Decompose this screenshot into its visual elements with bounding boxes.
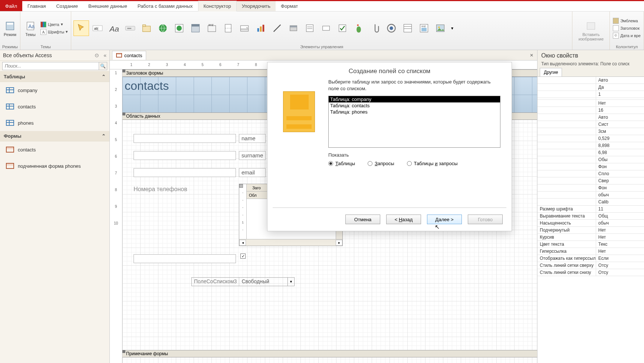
navpane-collapse-icon[interactable]: « [104, 52, 106, 58]
prop-value[interactable]: Calib [596, 199, 644, 205]
datetime-button[interactable]: ⏲Дата и вре [612, 32, 641, 39]
prop-value[interactable]: Сист [596, 121, 644, 128]
document-tab[interactable]: contacts [112, 51, 146, 60]
subform-tool-icon[interactable] [400, 20, 415, 36]
field-name[interactable]: name [239, 134, 266, 143]
prop-value[interactable]: Нет [596, 234, 644, 241]
nav-form-phones[interactable]: подчиненная форма phones [0, 158, 109, 174]
list-item[interactable]: Таблица: contacts [329, 102, 500, 109]
cancel-button[interactable]: Отмена [345, 215, 380, 224]
prop-value[interactable]: 6,98 [596, 149, 644, 156]
colors-button[interactable]: Цвета ▾ [40, 21, 69, 28]
option-tool-icon[interactable] [384, 20, 399, 36]
navigation-tool-icon[interactable] [188, 20, 203, 36]
prop-value[interactable]: обыч [596, 220, 644, 226]
label-tool-icon[interactable]: Aa [106, 20, 122, 36]
nav-category-forms[interactable]: Формы⌃ [0, 131, 109, 141]
prop-value[interactable]: Нет [596, 227, 644, 233]
nav-table-contacts[interactable]: contacts [0, 98, 109, 115]
prop-value[interactable]: Да [596, 84, 644, 91]
prop-value[interactable]: Отсу [596, 269, 644, 276]
prop-value[interactable]: Авто [596, 77, 644, 84]
unbound-tool-icon[interactable] [351, 20, 367, 36]
prop-value[interactable]: Авто [596, 114, 644, 121]
checkbox-active[interactable]: ✓ [240, 254, 246, 259]
title-button[interactable]: Заголовок [612, 25, 641, 32]
tab-external[interactable]: Внешние данные [83, 1, 132, 11]
checkbox-tool-icon[interactable] [335, 20, 350, 36]
prop-value[interactable]: 8,898 [596, 142, 644, 149]
tab-design[interactable]: Конструктор [198, 1, 237, 12]
pagebreak-tool-icon[interactable] [220, 20, 236, 36]
field-name-box[interactable] [134, 134, 236, 143]
toggle-tool-icon[interactable] [286, 20, 301, 36]
list-item[interactable]: Таблица: phones [329, 109, 500, 115]
search-icon[interactable]: 🔍 [99, 62, 107, 70]
chart-tool-icon[interactable] [253, 20, 269, 36]
nav-form-contacts[interactable]: contacts [0, 141, 109, 158]
prop-value[interactable]: Текс [596, 241, 644, 248]
tab-create[interactable]: Создание [51, 1, 83, 11]
hyperlink-tool-icon[interactable] [155, 20, 171, 36]
prop-value[interactable]: Фон [596, 184, 644, 191]
prop-value[interactable]: Нет [596, 248, 644, 255]
wizard-table-list[interactable]: Таблица: company Таблица: contacts Табли… [328, 96, 500, 148]
prop-value[interactable]: 16 [596, 107, 644, 114]
tab-arrange[interactable]: Упорядочить [237, 1, 276, 11]
label-phones[interactable]: Номера телефонов [134, 186, 187, 193]
image-tool-icon[interactable] [433, 20, 448, 36]
emblem-button[interactable]: Эмблема [612, 17, 641, 24]
rectangle-tool-icon[interactable] [318, 20, 334, 36]
prop-value[interactable]: 11 [596, 206, 644, 212]
radio-queries[interactable]: Запросы [368, 161, 394, 166]
field-active-box[interactable] [134, 254, 236, 263]
prop-value[interactable]: Общ [596, 213, 644, 219]
optiongroup-tool-icon[interactable]: XYZ [204, 20, 220, 36]
tab-home[interactable]: Главная [22, 1, 51, 11]
next-button[interactable]: Далее > [427, 215, 462, 224]
attachment-tool-icon[interactable] [367, 20, 383, 36]
nav-category-tables[interactable]: Таблицы⌃ [0, 72, 109, 82]
prop-tab-other[interactable]: Другие [540, 68, 562, 76]
list-item[interactable]: Таблица: company [329, 96, 500, 102]
form-footer-bar[interactable]: Примечание формы [122, 350, 537, 357]
prop-value[interactable]: Обы [596, 156, 644, 163]
subform-hscroll[interactable]: ◂▸ [239, 239, 342, 246]
insert-image-button[interactable]: Вставить изображение [575, 19, 607, 42]
line-tool-icon[interactable] [269, 20, 285, 36]
back-button[interactable]: < Назад [386, 215, 421, 224]
prop-value[interactable]: Нет [596, 100, 644, 107]
property-grid[interactable]: АвтоДа1Нет16АвтоСист3см0,5298,8986,98Обы… [538, 77, 644, 363]
search-input[interactable] [2, 62, 99, 70]
prop-value[interactable]: Если [596, 255, 644, 262]
fonts-button[interactable]: AШрифты ▾ [40, 29, 69, 35]
nav-table-company[interactable]: company [0, 82, 109, 98]
radio-both[interactable]: Таблицы и запросы [407, 161, 458, 166]
tab-format[interactable]: Формат [276, 1, 303, 11]
prop-value[interactable]: 3см [596, 128, 644, 135]
navpane-dropdown-icon[interactable]: ⊙ [95, 52, 99, 58]
radio-tables[interactable]: Таблицы [328, 161, 355, 166]
prop-value[interactable]: Фон [596, 163, 644, 170]
prop-value[interactable]: Отсу [596, 262, 644, 269]
tab-database[interactable]: Работа с базами данных [132, 1, 198, 11]
controls-more-icon[interactable]: ▾ [449, 20, 456, 36]
chevron-down-icon[interactable]: ▼ [288, 278, 294, 286]
prop-value[interactable]: Свер [596, 177, 644, 184]
field-surname-box[interactable] [134, 151, 236, 160]
prop-value[interactable]: Спло [596, 170, 644, 177]
close-document-icon[interactable]: ✕ [526, 53, 537, 58]
button-tool-icon[interactable]: xxxx [122, 20, 138, 36]
nav-table-phones[interactable]: phones [0, 115, 109, 131]
prop-value[interactable] [596, 98, 644, 99]
webbrowser-tool-icon[interactable] [171, 20, 187, 36]
field-surname[interactable]: surname [239, 151, 266, 160]
select-tool-icon[interactable] [73, 20, 89, 36]
prop-value[interactable]: обыч [596, 192, 644, 198]
tab-file[interactable]: Файл [0, 1, 22, 11]
combobox-tool-icon[interactable] [237, 20, 252, 36]
textbox-tool-icon[interactable]: ab| [90, 20, 105, 36]
tab-control-tool-icon[interactable] [139, 20, 154, 36]
field-email[interactable]: email [239, 168, 266, 177]
prop-value[interactable]: 0,529 [596, 135, 644, 142]
